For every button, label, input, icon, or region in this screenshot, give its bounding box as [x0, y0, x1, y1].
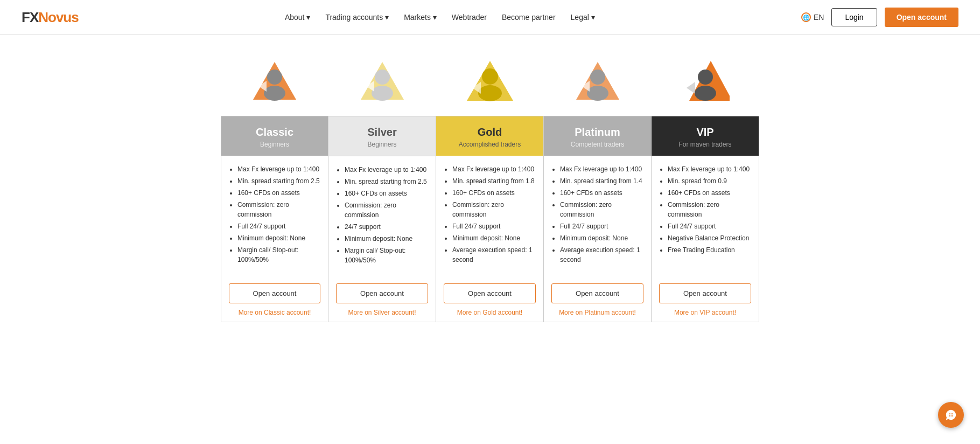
- silver-more-link[interactable]: More on Silver account!: [348, 309, 416, 316]
- card-gold-header: Gold Accomplished traders: [436, 116, 543, 156]
- card-silver-subtitle: Beginners: [335, 141, 429, 148]
- main-nav: About ▾ Trading accounts ▾ Markets ▾ Web…: [79, 13, 801, 22]
- list-item: Minimum deposit: None: [560, 233, 643, 243]
- avatar-classic-icon: [250, 57, 299, 105]
- card-silver-footer: Open account More on Silver account!: [328, 276, 436, 322]
- list-item: Margin call/ Stop-out: 100%/50%: [237, 245, 320, 265]
- main-content: Classic Beginners Max Fx leverage up to …: [0, 35, 980, 344]
- avatars-row: [32, 57, 948, 105]
- card-classic-title: Classic: [228, 126, 321, 138]
- svg-point-14: [587, 86, 608, 101]
- list-item: Minimum deposit: None: [237, 233, 320, 243]
- list-item: Margin call/ Stop-out: 100%/50%: [345, 246, 428, 265]
- header-open-account-button[interactable]: Open account: [885, 8, 958, 27]
- header-actions: 🌐 EN Login Open account: [801, 8, 958, 27]
- list-item: Commission: zero commission: [668, 200, 751, 219]
- vip-open-account-button[interactable]: Open account: [659, 283, 751, 303]
- silver-open-account-button[interactable]: Open account: [336, 283, 428, 303]
- list-item: Min. spread starting from 1.4: [560, 176, 643, 186]
- logo-fx: FX: [22, 9, 38, 25]
- list-item: Min. spread starting from 1.8: [452, 176, 536, 186]
- svg-point-2: [264, 86, 285, 101]
- card-classic-header: Classic Beginners: [221, 116, 328, 156]
- platinum-open-account-button[interactable]: Open account: [551, 283, 643, 303]
- list-item: Commission: zero commission: [237, 200, 320, 219]
- card-silver-header: Silver Beginners: [328, 116, 436, 156]
- list-item: Max Fx leverage up to 1:400: [345, 165, 428, 175]
- card-platinum-body: Max Fx leverage up to 1:400 Min. spread …: [544, 156, 651, 276]
- cards-row: Classic Beginners Max Fx leverage up to …: [32, 116, 948, 322]
- gold-more-link[interactable]: More on Gold account!: [457, 309, 522, 316]
- list-item: Average execution speed: 1 second: [452, 245, 536, 265]
- list-item: Minimum deposit: None: [452, 233, 536, 243]
- avatar-platinum: [544, 57, 652, 105]
- card-gold-subtitle: Accomplished traders: [443, 141, 537, 148]
- list-item: 160+ CFDs on assets: [668, 188, 751, 198]
- list-item: Min. spread from 0.9: [668, 176, 751, 186]
- list-item: Max Fx leverage up to 1:400: [560, 164, 643, 174]
- list-item: Full 24/7 support: [452, 221, 536, 231]
- list-item: Negative Balance Protection: [668, 233, 751, 243]
- vip-more-link[interactable]: More on VIP account!: [674, 309, 736, 316]
- nav-markets[interactable]: Markets ▾: [404, 13, 437, 22]
- card-platinum-title: Platinum: [550, 126, 645, 138]
- list-item: Max Fx leverage up to 1:400: [237, 164, 320, 174]
- gold-open-account-button[interactable]: Open account: [444, 283, 536, 303]
- card-silver-body: Max Fx leverage up to 1:400 Min. spread …: [328, 156, 436, 276]
- card-classic-body: Max Fx leverage up to 1:400 Min. spread …: [221, 156, 328, 276]
- card-platinum: Platinum Competent traders Max Fx levera…: [544, 116, 652, 322]
- nav-about[interactable]: About ▾: [285, 13, 310, 22]
- list-item: Average execution speed: 1 second: [560, 245, 643, 265]
- list-item: Full 24/7 support: [560, 221, 643, 231]
- card-classic-footer: Open account More on Classic account!: [221, 276, 328, 322]
- svg-point-9: [482, 68, 498, 85]
- card-vip-body: Max Fx leverage up to 1:400 Min. spread …: [652, 156, 759, 276]
- card-gold: Gold Accomplished traders Max Fx leverag…: [436, 116, 544, 322]
- card-silver-title: Silver: [335, 126, 429, 138]
- avatar-platinum-icon: [573, 57, 622, 105]
- svg-point-17: [698, 70, 713, 85]
- list-item: Max Fx leverage up to 1:400: [452, 164, 536, 174]
- avatar-vip-icon: [681, 57, 730, 105]
- svg-point-18: [695, 86, 716, 101]
- list-item: 24/7 support: [345, 222, 428, 232]
- nav-legal[interactable]: Legal ▾: [571, 13, 595, 22]
- globe-icon: 🌐: [801, 12, 811, 22]
- card-platinum-header: Platinum Competent traders: [544, 116, 651, 156]
- logo[interactable]: FXNovus: [22, 9, 79, 26]
- classic-open-account-button[interactable]: Open account: [229, 283, 320, 303]
- card-vip-footer: Open account More on VIP account!: [652, 276, 759, 322]
- list-item: 160+ CFDs on assets: [452, 188, 536, 198]
- nav-trading-accounts[interactable]: Trading accounts ▾: [325, 13, 389, 22]
- list-item: 160+ CFDs on assets: [237, 188, 320, 198]
- avatar-gold: [436, 57, 544, 105]
- platinum-more-link[interactable]: More on Platinum account!: [559, 309, 636, 316]
- list-item: Full 24/7 support: [237, 221, 320, 231]
- card-silver: Silver Beginners Max Fx leverage up to 1…: [328, 116, 436, 322]
- nav-become-partner[interactable]: Become partner: [502, 13, 556, 22]
- list-item: Min. spread starting from 2.5: [237, 176, 320, 186]
- list-item: Full 24/7 support: [668, 221, 751, 231]
- svg-point-5: [375, 70, 390, 85]
- card-gold-body: Max Fx leverage up to 1:400 Min. spread …: [436, 156, 543, 276]
- login-button[interactable]: Login: [831, 8, 877, 26]
- header: FXNovus About ▾ Trading accounts ▾ Marke…: [0, 0, 980, 35]
- list-item: Commission: zero commission: [560, 200, 643, 219]
- lang-label: EN: [814, 13, 824, 22]
- list-item: Min. spread starting from 2.5: [345, 177, 428, 186]
- list-item: Max Fx leverage up to 1:400: [668, 164, 751, 174]
- svg-point-1: [267, 70, 282, 85]
- card-vip-title: VIP: [658, 126, 752, 138]
- avatar-silver: [328, 57, 436, 105]
- logo-novus: Novus: [38, 9, 78, 25]
- avatar-gold-icon: [466, 57, 514, 105]
- avatar-classic: [221, 57, 328, 105]
- nav-webtrader[interactable]: Webtrader: [452, 13, 487, 22]
- language-selector[interactable]: 🌐 EN: [801, 12, 824, 22]
- avatar-silver-icon: [358, 57, 407, 105]
- card-vip-header: VIP For maven traders: [652, 116, 759, 156]
- list-item: 160+ CFDs on assets: [560, 188, 643, 198]
- svg-point-13: [590, 70, 605, 85]
- avatar-vip: [652, 57, 759, 105]
- classic-more-link[interactable]: More on Classic account!: [239, 309, 311, 316]
